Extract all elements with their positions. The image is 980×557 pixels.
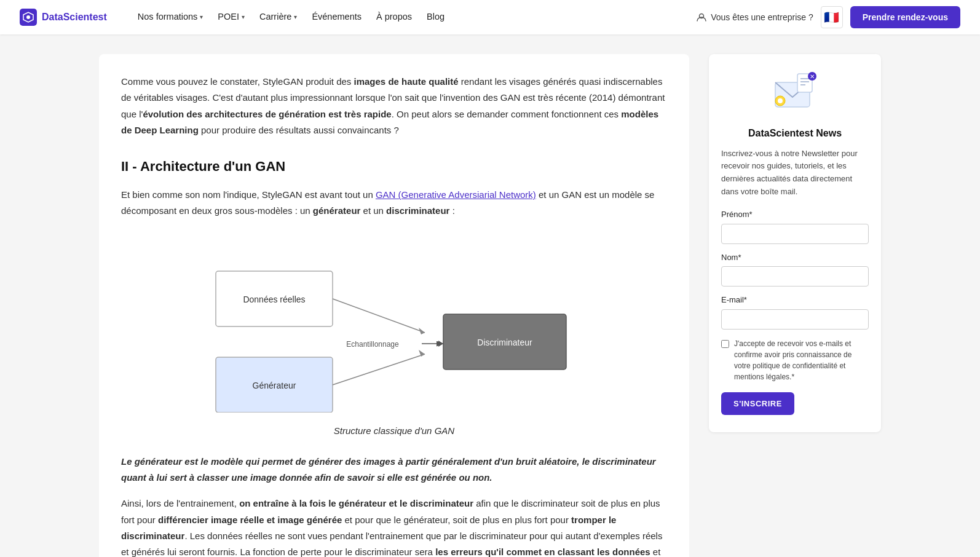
language-flag[interactable]: 🇫🇷 <box>821 6 843 28</box>
enterprise-icon <box>696 12 707 23</box>
svg-line-9 <box>333 299 425 333</box>
prenom-input[interactable] <box>721 224 869 244</box>
nav-evenements[interactable]: Événements <box>306 6 368 28</box>
nom-group: Nom* <box>721 251 869 287</box>
email-label: E-mail* <box>721 294 869 307</box>
email-input[interactable] <box>721 309 869 330</box>
nav-formations[interactable]: Nos formations ▾ <box>132 6 210 28</box>
gan-link[interactable]: GAN (Generative Adversiarial Network) <box>376 189 536 200</box>
nav-blog[interactable]: Blog <box>421 6 451 28</box>
newsletter-card: ✕ DataScientest News Inscrivez-vous à no… <box>709 54 881 432</box>
svg-point-1 <box>26 15 30 19</box>
checkbox-label: J'accepte de recevoir vos e-mails et con… <box>734 338 869 382</box>
prenom-label: Prénom* <box>721 208 869 221</box>
chevron-down-icon: ▾ <box>242 12 245 22</box>
enterprise-link[interactable]: Vous êtes une entreprise ? <box>696 10 813 24</box>
nav-apropos[interactable]: À propos <box>370 6 418 28</box>
svg-text:Echantillonnage: Echantillonnage <box>346 340 399 349</box>
nom-label: Nom* <box>721 251 869 264</box>
chevron-down-icon: ▾ <box>200 12 203 22</box>
chevron-down-icon: ▾ <box>294 12 297 22</box>
svg-text:Discriminateur: Discriminateur <box>477 338 532 347</box>
svg-text:Générateur: Générateur <box>253 381 296 390</box>
newsletter-description: Inscrivez-vous à notre Newsletter pour r… <box>721 148 869 199</box>
section-title: II - Architecture d'un GAN <box>121 156 667 177</box>
consent-row: J'accepte de recevoir vos e-mails et con… <box>721 338 869 382</box>
logo[interactable]: DataScientest <box>20 9 107 26</box>
svg-marker-15 <box>438 341 443 347</box>
nom-input[interactable] <box>721 266 869 286</box>
page-layout: Comme vous pouvez le constater, StyleGAN… <box>84 34 896 557</box>
subscribe-button[interactable]: S'INSCRIRE <box>721 392 794 415</box>
cta-button[interactable]: Prendre rendez-vous <box>850 6 960 28</box>
svg-point-24 <box>778 98 783 103</box>
email-group: E-mail* <box>721 294 869 330</box>
prenom-group: Prénom* <box>721 208 869 244</box>
intro-paragraph: Comme vous pouvez le constater, StyleGAN… <box>121 74 667 138</box>
blockquote: Le générateur est le modèle qui permet d… <box>121 454 667 486</box>
sidebar: ✕ DataScientest News Inscrivez-vous à no… <box>709 54 881 432</box>
main-content: Comme vous pouvez le constater, StyleGAN… <box>99 54 689 557</box>
svg-text:Données réelles: Données réelles <box>243 294 305 304</box>
navbar: DataScientest Nos formations ▾ POEI ▾ Ca… <box>0 0 980 34</box>
nav-carriere[interactable]: Carrière ▾ <box>253 6 303 28</box>
nav-right: Vous êtes une entreprise ? 🇫🇷 Prendre re… <box>696 6 960 28</box>
diagram-caption: Structure classique d'un GAN <box>121 423 667 439</box>
consent-checkbox[interactable] <box>721 340 729 348</box>
nav-poei[interactable]: POEI ▾ <box>211 6 251 28</box>
training-paragraph: Ainsi, lors de l'entrainement, on entraî… <box>121 496 667 557</box>
svg-line-11 <box>333 354 425 385</box>
nav-links: Nos formations ▾ POEI ▾ Carrière ▾ Événe… <box>132 6 679 28</box>
section-paragraph: Et bien comme son nom l'indique, StyleGA… <box>121 187 667 219</box>
newsletter-title: DataScientest News <box>721 125 869 141</box>
svg-text:✕: ✕ <box>810 73 815 80</box>
diagram-container: Données réelles Générateur Discriminateu… <box>121 234 667 439</box>
newsletter-icon: ✕ <box>770 69 820 118</box>
